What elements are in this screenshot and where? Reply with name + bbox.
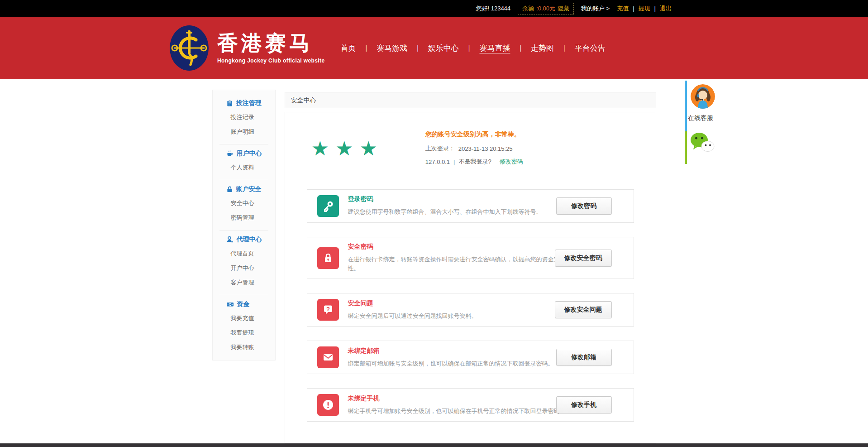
lock-icon	[226, 186, 233, 193]
security-item-security-password: 安全密码 在进行银行卡绑定，转账等资金操作时需要进行安全密码确认，以提高您的资金…	[307, 237, 634, 279]
balance-hide-link[interactable]: 隐藏	[558, 5, 569, 13]
security-item-email: 未绑定邮箱 绑定邮箱可增加账号安全级别，也可以确保在邮箱正常的情况下取回登录密码…	[307, 341, 634, 374]
site-header: 香港赛马 Hongkong Jockey Club official websi…	[0, 17, 868, 79]
sidebar-item-transfer[interactable]: 我要转账	[213, 340, 275, 355]
sidebar-item-security-center[interactable]: 安全中心	[213, 196, 275, 211]
balance-box: 余额 :0.00元 隐藏	[518, 3, 574, 14]
separator: |	[453, 159, 455, 165]
item-title: 安全问题	[348, 299, 574, 308]
balance-value: :0.00元	[536, 5, 555, 13]
change-password-link[interactable]: 修改密码	[500, 158, 523, 166]
logout-link[interactable]: 退出	[660, 5, 672, 13]
nav-item-entertainment[interactable]: 娱乐中心	[428, 43, 459, 53]
sidebar-section-betting: 投注管理	[213, 99, 275, 107]
exclamation-icon	[317, 394, 339, 416]
item-title: 未绑定手机	[348, 394, 574, 403]
sidebar-section-title: 资金	[237, 300, 250, 308]
change-security-question-button[interactable]: 修改安全问题	[555, 301, 612, 318]
topbar: 您好! 123444 余额 :0.00元 隐藏 我的账户 > 充值 | 提现 |…	[0, 0, 868, 17]
separator: |	[563, 44, 565, 52]
mail-icon	[317, 346, 339, 368]
money-icon	[226, 301, 234, 308]
nav-item-announcements[interactable]: 平台公告	[575, 43, 606, 53]
sidebar-section-title: 投注管理	[236, 99, 262, 107]
sidebar: 投注管理 投注记录 账户明细 用户中心 个人资料 账户安全 安全中心 密码管理 …	[212, 90, 276, 360]
nav-item-racing-games[interactable]: 赛马游戏	[377, 43, 407, 53]
item-description: 绑定邮箱可增加账号安全级别，也可以确保在邮箱正常的情况下取回登录密码。	[348, 359, 574, 368]
topbar-links: 充值 | 提现 | 退出	[617, 5, 672, 13]
item-description: 绑定安全问题后可以通过安全问题找回账号资料。	[348, 312, 574, 321]
site-subtitle: Hongkong Jockey Club official website	[217, 58, 325, 64]
sidebar-item-password-management[interactable]: 密码管理	[213, 211, 275, 225]
padlock-icon	[317, 247, 339, 269]
separator: |	[520, 44, 521, 52]
balance-label: 余额	[522, 5, 534, 13]
sidebar-section-account-security: 账户安全	[213, 185, 275, 193]
green-bar	[685, 131, 687, 164]
sidebar-item-account-details[interactable]: 账户明细	[213, 125, 275, 139]
item-description: 绑定手机号可增加账号安全级别，也可以确保在手机号正常的情况下取回登录密码。	[348, 407, 574, 416]
separator: |	[366, 44, 367, 52]
key-icon	[317, 195, 339, 217]
service-agent-avatar[interactable]	[691, 84, 715, 109]
last-login-label: 上次登录：	[425, 144, 455, 153]
question-bubble-icon: ?	[317, 299, 339, 321]
sidebar-item-deposit[interactable]: 我要充值	[213, 311, 275, 326]
change-security-password-button[interactable]: 修改安全密码	[555, 250, 612, 267]
separator: |	[417, 44, 419, 52]
teacup-icon	[226, 150, 234, 157]
divider	[219, 144, 268, 144]
last-login-time: 2023-11-13 20:15:25	[458, 145, 513, 152]
separator: |	[654, 5, 656, 12]
blue-bar	[685, 81, 687, 131]
clipboard-icon	[226, 100, 233, 107]
item-description: 建议您使用字母和数字的组合、混合大小写、在组合中加入下划线等符号。	[348, 207, 574, 216]
deposit-link[interactable]: 充值	[617, 5, 629, 13]
star-rating-icon: ★★★	[311, 139, 384, 159]
svg-text:?: ?	[326, 306, 330, 312]
separator: |	[468, 44, 470, 52]
withdraw-link[interactable]: 提现	[639, 5, 650, 13]
main-nav: 首页 | 赛马游戏 | 娱乐中心 | 赛马直播 | 走势图 | 平台公告	[331, 43, 615, 53]
my-account-link[interactable]: 我的账户 >	[581, 5, 610, 13]
separator: |	[633, 5, 634, 12]
jockey-club-logo-icon	[169, 25, 209, 71]
security-item-login-password: 登录密码 建议您使用字母和数字的组合、混合大小写、在组合中加入下划线等符号。 修…	[307, 189, 634, 223]
nav-item-trend-chart[interactable]: 走势图	[531, 43, 554, 53]
sidebar-item-profile[interactable]: 个人资料	[213, 160, 275, 175]
security-panel: ★★★ 您的账号安全级别为高，非常棒。 上次登录： 2023-11-13 20:…	[285, 112, 656, 443]
change-email-button[interactable]: 修改邮箱	[556, 349, 612, 366]
divider	[219, 295, 268, 295]
sidebar-item-agent-home[interactable]: 代理首页	[213, 246, 275, 261]
security-item-security-question: ? 安全问题 绑定安全问题后可以通过安全问题找回账号资料。 修改安全问题	[307, 293, 634, 327]
sidebar-section-title: 账户安全	[236, 185, 262, 193]
sidebar-item-open-account[interactable]: 开户中心	[213, 261, 275, 275]
sidebar-section-title: 用户中心	[237, 149, 262, 158]
security-item-phone: 未绑定手机 绑定手机号可增加账号安全级别，也可以确保在手机号正常的情况下取回登录…	[307, 388, 634, 422]
divider	[219, 230, 268, 231]
sidebar-section-title: 代理中心	[237, 236, 262, 244]
wechat-icon[interactable]	[690, 131, 715, 156]
greeting-text: 您好! 123444	[476, 5, 510, 13]
nav-item-live[interactable]: 赛马直播	[479, 43, 510, 53]
nav-item-home[interactable]: 首页	[341, 43, 356, 53]
sidebar-section-agent-center: 代理中心	[213, 236, 275, 244]
item-title: 安全密码	[348, 243, 574, 251]
sidebar-section-funds: 资金	[213, 300, 275, 308]
item-title: 未绑定邮箱	[348, 347, 574, 355]
agent-user-icon	[226, 236, 234, 243]
divider	[219, 180, 268, 180]
sidebar-item-withdraw[interactable]: 我要提现	[213, 326, 275, 340]
online-service-label[interactable]: 在线客服	[688, 114, 713, 122]
login-ip: 127.0.0.1	[425, 159, 450, 165]
sidebar-item-customer-management[interactable]: 客户管理	[213, 275, 275, 290]
sidebar-item-bet-records[interactable]: 投注记录	[213, 110, 275, 125]
change-login-password-button[interactable]: 修改密码	[556, 197, 612, 215]
security-level-headline: 您的账号安全级别为高，非常棒。	[425, 130, 523, 139]
page-title: 安全中心	[285, 92, 656, 108]
change-phone-button[interactable]: 修改手机	[556, 396, 612, 413]
footer: 代理加盟 帮助中心 安全中心 在线客服 Copyrgiht © 2013-201…	[0, 443, 868, 447]
security-level-block: ★★★ 您的账号安全级别为高，非常棒。 上次登录： 2023-11-13 20:…	[311, 130, 656, 176]
item-title: 登录密码	[348, 195, 574, 203]
logo-block[interactable]: 香港赛马 Hongkong Jockey Club official websi…	[169, 25, 325, 71]
